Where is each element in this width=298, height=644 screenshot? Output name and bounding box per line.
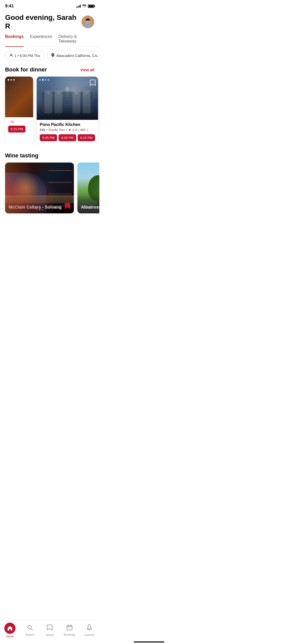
wine-title: Wine tasting	[5, 152, 38, 159]
albatross-name: Albatross Rid...	[81, 205, 99, 210]
restaurant-card-partial-left[interactable]: ...9) 6:15 PM	[5, 77, 33, 144]
partial-card-rating: ...9)	[8, 120, 30, 124]
pono-name: Pono Pacific Kitchen	[40, 122, 95, 127]
location-icon	[51, 53, 55, 58]
svg-point-10	[47, 93, 50, 94]
card-dots-top	[8, 79, 15, 81]
header: Good evening, Sarah R	[0, 11, 99, 34]
wifi-icon	[82, 4, 86, 8]
status-time: 9:41	[5, 4, 14, 9]
dinner-section-header: Book for dinner View all	[0, 64, 99, 77]
wine-card-albatross[interactable]: Albatross Rid...	[77, 163, 99, 213]
avatar[interactable]	[82, 16, 94, 28]
albatross-overlay: Albatross Rid...	[77, 195, 99, 213]
timeslot-600[interactable]: 6:00 PM	[59, 134, 76, 141]
status-bar: 9:41	[0, 0, 99, 11]
wine-venues-list: McClain Cellars - Solvang	[0, 163, 99, 213]
restaurant-card-pono[interactable]: Pono Pacific Kitchen $$$ • Pacific Rim •…	[37, 77, 98, 144]
wine-tasting-section: Wine tasting	[0, 150, 99, 213]
svg-point-13	[85, 93, 88, 94]
filters-row: 1 • 6:00 PM Thu Atascadero California, C…	[0, 47, 99, 64]
svg-point-14	[65, 87, 70, 91]
svg-point-12	[75, 93, 78, 94]
dinner-title: Book for dinner	[5, 66, 47, 73]
pono-time-slots: 5:45 PM 6:00 PM 6:15 PM	[40, 134, 95, 141]
bookmark-pono[interactable]	[90, 79, 96, 87]
signal-icon	[76, 5, 81, 8]
svg-point-4	[10, 54, 12, 55]
timeslot-545[interactable]: 5:45 PM	[40, 134, 57, 141]
tab-delivery[interactable]: Delivery & Takeaway	[58, 34, 94, 47]
mcclain-name: McClain Cellars - Solvang	[9, 205, 62, 210]
wine-section-header: Wine tasting	[0, 150, 99, 163]
mcclain-dots	[36, 209, 43, 210]
mcclain-overlay: McClain Cellars - Solvang	[5, 192, 74, 213]
guests-filter-label: 1 • 6:00 PM Thu	[15, 54, 40, 58]
dinner-view-all[interactable]: View all	[80, 68, 94, 72]
location-filter[interactable]: Atascadero California, CA, United St...	[47, 51, 99, 60]
tabs: Bookings Experiences Delivery & Takeaway	[0, 34, 99, 47]
guests-filter[interactable]: 1 • 6:00 PM Thu	[5, 51, 44, 60]
greeting-text: Good evening, Sarah R	[5, 13, 82, 30]
pono-dots	[39, 79, 49, 81]
timeslot-btn[interactable]: 6:15 PM	[8, 126, 25, 133]
status-icons	[76, 4, 94, 8]
timeslot-615[interactable]: 6:15 PM	[78, 134, 95, 141]
person-icon	[9, 53, 13, 58]
mcclain-bookmark[interactable]	[65, 202, 70, 210]
tab-experiences[interactable]: Experiences	[30, 34, 52, 47]
wine-card-mcclain[interactable]: McClain Cellars - Solvang	[5, 163, 74, 213]
svg-point-11	[57, 93, 60, 94]
location-filter-label: Atascadero California, CA, United St...	[56, 54, 99, 58]
tab-bookings[interactable]: Bookings	[5, 34, 24, 47]
pono-meta: $$$ • Pacific Rim • ★ 4.9 (480)	[40, 128, 95, 132]
battery-icon	[88, 5, 94, 8]
restaurant-cards-list: ...9) 6:15 PM	[0, 77, 99, 144]
